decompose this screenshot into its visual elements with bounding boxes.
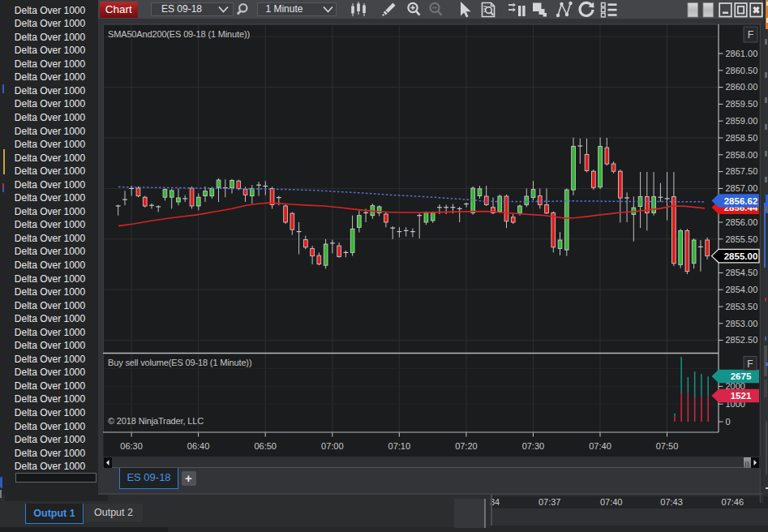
svg-text:1521: 1521 bbox=[731, 391, 752, 401]
svg-text:2861.00: 2861.00 bbox=[726, 49, 758, 58]
svg-text:2853.00: 2853.00 bbox=[726, 319, 758, 328]
svg-text:2858.00: 2858.00 bbox=[726, 150, 758, 160]
svg-text:06:30: 06:30 bbox=[120, 441, 143, 451]
svg-text:2860.00: 2860.00 bbox=[726, 82, 758, 92]
svg-text:2857.00: 2857.00 bbox=[726, 183, 758, 193]
svg-text:SMA50And200(ES 09-18 (1 Minute: SMA50And200(ES 09-18 (1 Minute)) bbox=[108, 29, 250, 39]
svg-text:2855.00: 2855.00 bbox=[724, 251, 758, 261]
svg-text:0: 0 bbox=[726, 417, 731, 427]
svg-text:07:20: 07:20 bbox=[455, 441, 478, 451]
svg-text:2854.50: 2854.50 bbox=[726, 268, 758, 277]
svg-text:2858.50: 2858.50 bbox=[726, 133, 758, 143]
svg-text:2856.00: 2856.00 bbox=[726, 217, 758, 227]
svg-text:© 2018 NinjaTrader, LLC: © 2018 NinjaTrader, LLC bbox=[108, 416, 204, 426]
svg-text:2852.50: 2852.50 bbox=[726, 335, 758, 345]
svg-text:06:40: 06:40 bbox=[187, 441, 210, 451]
svg-text:2857.50: 2857.50 bbox=[726, 166, 758, 176]
svg-text:07:50: 07:50 bbox=[656, 441, 679, 451]
svg-text:2854.00: 2854.00 bbox=[726, 285, 758, 294]
svg-text:07:40: 07:40 bbox=[589, 441, 611, 451]
svg-text:2856.62: 2856.62 bbox=[724, 196, 758, 206]
svg-text:2859.50: 2859.50 bbox=[726, 99, 758, 109]
svg-text:07:30: 07:30 bbox=[522, 441, 545, 451]
svg-text:2855.50: 2855.50 bbox=[726, 234, 758, 244]
svg-text:2675: 2675 bbox=[731, 371, 752, 381]
svg-text:2859.00: 2859.00 bbox=[726, 116, 758, 126]
svg-text:07:10: 07:10 bbox=[388, 441, 411, 451]
svg-text:F: F bbox=[748, 29, 754, 41]
svg-text:F: F bbox=[747, 358, 753, 370]
svg-text:Buy sell volume(ES 09-18 (1 Mi: Buy sell volume(ES 09-18 (1 Minute)) bbox=[108, 358, 251, 367]
svg-text:2853.50: 2853.50 bbox=[726, 302, 758, 311]
svg-text:06:50: 06:50 bbox=[254, 441, 277, 451]
svg-text:2860.50: 2860.50 bbox=[726, 66, 758, 75]
svg-text:07:00: 07:00 bbox=[321, 441, 344, 451]
